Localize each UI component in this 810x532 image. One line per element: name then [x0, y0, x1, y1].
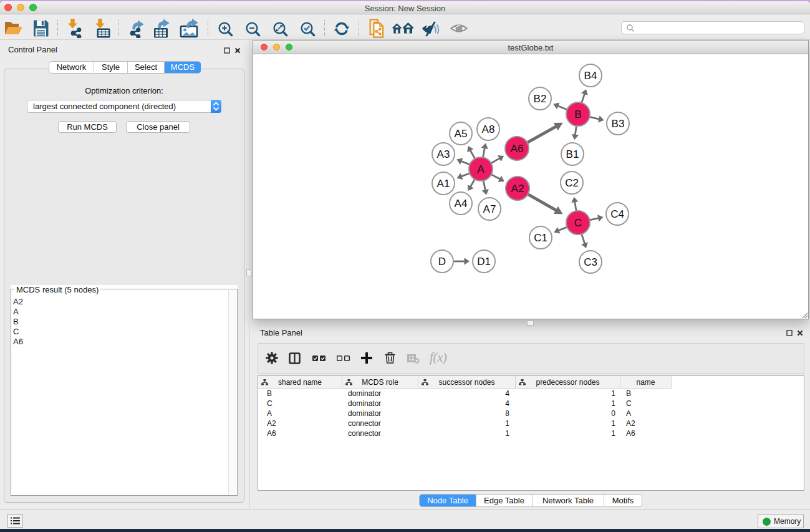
- svg-text:B: B: [574, 109, 581, 120]
- svg-text:A4: A4: [455, 198, 468, 210]
- svg-text:B3: B3: [612, 118, 625, 130]
- svg-text:A: A: [477, 163, 485, 175]
- svg-text:A6: A6: [511, 143, 524, 155]
- svg-text:A8: A8: [482, 123, 495, 135]
- svg-text:D: D: [438, 256, 446, 268]
- svg-text:A2: A2: [511, 183, 524, 195]
- svg-text:A7: A7: [483, 203, 496, 215]
- svg-text:B4: B4: [584, 70, 597, 82]
- svg-text:C1: C1: [534, 232, 547, 244]
- svg-text:C3: C3: [584, 256, 597, 268]
- svg-text:C2: C2: [565, 177, 579, 189]
- svg-text:C4: C4: [610, 208, 624, 220]
- svg-text:B1: B1: [566, 148, 579, 160]
- svg-text:B2: B2: [534, 93, 547, 105]
- svg-text:D1: D1: [477, 256, 491, 268]
- svg-text:A5: A5: [455, 128, 468, 140]
- svg-text:A3: A3: [437, 148, 450, 160]
- svg-text:A1: A1: [437, 178, 450, 190]
- svg-text:C: C: [574, 217, 582, 229]
